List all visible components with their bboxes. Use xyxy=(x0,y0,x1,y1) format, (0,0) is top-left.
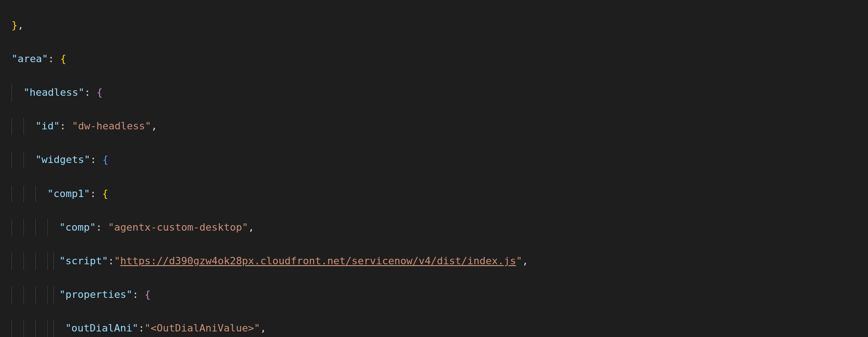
quote: " xyxy=(516,255,522,267)
code-line[interactable]: "properties": { xyxy=(0,286,868,303)
colon: : xyxy=(132,289,138,300)
json-key-comp: "comp" xyxy=(59,221,96,233)
json-key-outdialani: "outDialAni" xyxy=(65,322,138,334)
json-string: "dw-headless" xyxy=(72,120,151,132)
code-line[interactable]: }, xyxy=(0,17,868,34)
code-line[interactable]: "area": { xyxy=(0,51,868,68)
code-editor[interactable]: }, "area": { "headless": { "id": "dw-hea… xyxy=(0,0,868,337)
comma: , xyxy=(260,322,266,334)
json-key-widgets: "widgets" xyxy=(35,154,90,165)
comma: , xyxy=(248,221,254,233)
json-key-area: "area" xyxy=(11,53,48,64)
colon: : xyxy=(108,255,114,267)
colon: : xyxy=(60,120,66,132)
brace-close: } xyxy=(11,19,17,31)
json-key-id: "id" xyxy=(35,120,60,132)
quote: " xyxy=(114,255,120,267)
code-line[interactable]: "id": "dw-headless", xyxy=(0,118,868,135)
json-key-comp1: "comp1" xyxy=(47,188,90,199)
colon: : xyxy=(96,221,102,233)
brace-open: { xyxy=(60,53,66,64)
code-line[interactable]: "outDialAni":"<OutDialAniValue>", xyxy=(0,320,868,337)
colon: : xyxy=(84,87,90,98)
colon: : xyxy=(90,154,96,165)
json-string: "<OutDialAniValue>" xyxy=(144,322,260,334)
url-link[interactable]: https://d390gzw4ok28px.cloudfront.net/se… xyxy=(120,255,516,267)
json-key-script: "script" xyxy=(59,255,108,267)
colon: : xyxy=(48,53,54,64)
code-line[interactable]: "headless": { xyxy=(0,84,868,101)
colon: : xyxy=(90,188,96,199)
code-line[interactable]: "script":"https://d390gzw4ok28px.cloudfr… xyxy=(0,253,868,270)
code-line[interactable]: "comp": "agentx-custom-desktop", xyxy=(0,219,868,236)
code-line[interactable]: "comp1": { xyxy=(0,186,868,203)
brace-open: { xyxy=(144,289,150,300)
comma: , xyxy=(17,19,23,31)
code-line[interactable]: "widgets": { xyxy=(0,151,868,168)
json-key-properties: "properties" xyxy=(59,289,132,300)
json-string: "agentx-custom-desktop" xyxy=(108,221,248,233)
brace-open: { xyxy=(97,87,103,98)
colon: : xyxy=(138,322,144,334)
brace-open: { xyxy=(103,154,108,165)
json-key-headless: "headless" xyxy=(23,87,84,98)
brace-open: { xyxy=(102,188,108,199)
comma: , xyxy=(151,120,157,132)
comma: , xyxy=(522,255,528,267)
